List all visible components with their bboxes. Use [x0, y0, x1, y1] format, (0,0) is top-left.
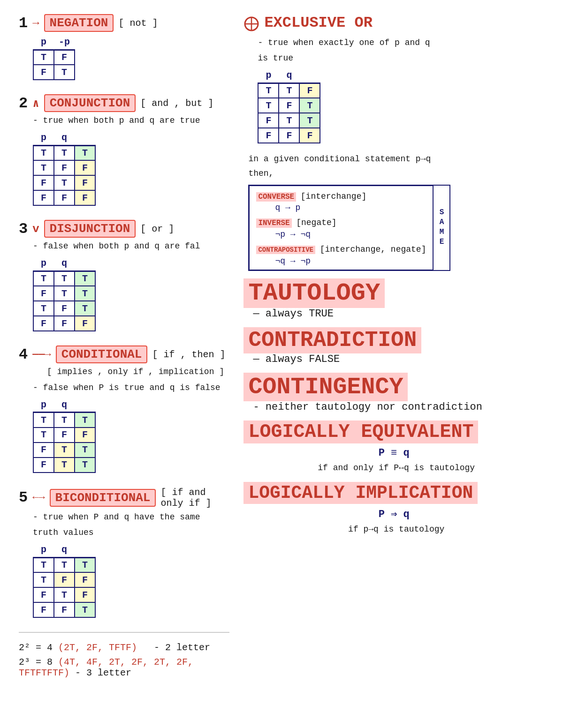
r3c2: F — [54, 301, 75, 316]
r3c1: T — [33, 301, 54, 316]
p-eq-q-container: P ≡ q if and only if P↔q is tautology — [243, 447, 544, 475]
cell-t2: T — [54, 65, 75, 80]
section-tautology: TAUTOLOGY — always TRUE — [243, 278, 544, 320]
contrapos-row: CONTRAPOSITIVE [interchange, negate] ¬q … — [256, 243, 426, 266]
hdr-p: p — [33, 256, 54, 271]
section-conditional: 4 ——→ CONDITIONAL [ if , then ] [ implie… — [19, 345, 229, 473]
r2c3: F — [75, 160, 95, 175]
p-eq-q: P ≡ q — [243, 447, 544, 459]
r4c1: F — [33, 458, 54, 473]
contingency-bg: CONTINGENCY — [243, 373, 408, 401]
section-num-4: 4 — [19, 346, 28, 363]
cond-intro2: then, — [248, 166, 544, 181]
section-num-2: 2 — [19, 95, 28, 112]
r4c3: T — [75, 602, 95, 617]
cell-t: T — [33, 50, 54, 65]
r1c2: T — [54, 145, 75, 160]
footer-combo2: (4T, 4F, 2T, 2F, 2T, 2F, TFTFTFTF) — [19, 657, 193, 678]
log-equiv-bg: LOGICALLY EQUIVALENT — [243, 420, 478, 443]
contradiction-label: CONTRADICTION — [248, 328, 417, 353]
hdr-result — [75, 542, 95, 557]
section-cond-forms: in a given conditional statement p→q the… — [243, 152, 544, 271]
r1c2: T — [54, 271, 75, 286]
r1c1: T — [33, 145, 54, 160]
r4c1: F — [33, 316, 54, 331]
r1c1: T — [33, 271, 54, 286]
hdr-q: q — [54, 398, 75, 413]
hdr-q: q — [279, 68, 299, 83]
conditional-label: CONDITIONAL — [56, 345, 148, 363]
hdr-q: q — [54, 256, 75, 271]
log-equiv-desc1: if and only if P↔q is tautology — [248, 461, 544, 475]
conjunction-table: p q T T T T F F F T F — [33, 130, 96, 206]
footer-line1: 2² = 4 (2T, 2F, TFTF) - 2 letter — [19, 642, 229, 653]
conjunction-desc: - true when both p and q are true — [33, 115, 229, 127]
log-impl-label: LOGICALLY IMPLICATION — [248, 483, 473, 503]
converse-expr: q → p — [275, 203, 426, 212]
cond-forms-bracket: CONVERSE [interchange] q → p INVERSE [ne… — [248, 185, 433, 271]
r3c1: F — [33, 443, 54, 458]
r4c3: F — [75, 316, 95, 331]
contrapos-bracket: [interchange, negate] — [320, 245, 426, 254]
inverse-label: INVERSE — [256, 218, 291, 228]
section-num-3: 3 — [19, 220, 28, 238]
footer-section: 2² = 4 (2T, 2F, TFTF) - 2 letter 2³ = 8 … — [19, 632, 229, 678]
section-contingency: CONTINGENCY - neither tautology nor cont… — [243, 373, 544, 413]
conditional-desc: - false when P is true and q is false — [33, 382, 229, 394]
biconditional-table: p q T T T T F F F T F — [33, 542, 96, 618]
section-log-equiv: LOGICALLY EQUIVALENT P ≡ q if and only i… — [243, 420, 544, 475]
tautology-desc: — always TRUE — [253, 308, 544, 320]
cond-intro: in a given conditional statement p→q — [248, 152, 544, 166]
section-contradiction: CONTRADICTION — always FALSE — [243, 327, 544, 365]
r2c2: F — [54, 572, 75, 587]
hdr-q: q — [54, 542, 75, 557]
section-conjunction: 2 ∧ CONJUNCTION [ and , but ] - true whe… — [19, 94, 229, 206]
log-impl-bg: LOGICALLY IMPLICATION — [243, 482, 478, 504]
r4c2: F — [54, 602, 75, 617]
disjunction-table: p q T T T F T T T F T — [33, 256, 96, 331]
r1c2: T — [54, 413, 75, 428]
xor-desc: - true when exactly one of p and q — [258, 37, 544, 49]
contrapos-expr: ¬q → ¬p — [275, 256, 426, 266]
r3c2: T — [54, 443, 75, 458]
right-column: EXCLUSIVE OR - true when exactly one of … — [239, 14, 544, 714]
conditional-brackets2: [ implies , only if , implication ] — [47, 366, 229, 378]
disjunction-label: DISJUNCTION — [44, 220, 136, 238]
disjunction-brackets: [ or ] — [140, 224, 174, 234]
r4c2: T — [54, 458, 75, 473]
hdr-p: p — [33, 398, 54, 413]
r2c2: T — [54, 286, 75, 301]
section-negation: 1 → NEGATION [ not ] p -p T F F T — [19, 14, 229, 80]
r3c1: F — [258, 113, 279, 128]
hdr-result — [75, 130, 95, 145]
r2c1: T — [33, 572, 54, 587]
r1c1: T — [258, 83, 279, 98]
section-num-1: 1 — [19, 15, 28, 32]
inverse-expr: ¬p → ¬q — [275, 230, 426, 239]
r2c1: T — [258, 98, 279, 113]
section-disjunction: 3 v DISJUNCTION [ or ] - false when both… — [19, 220, 229, 331]
r3c3: T — [75, 301, 95, 316]
converse-bracket: [interchange] — [301, 192, 366, 201]
hdr-result — [75, 398, 95, 413]
xor-table: p q T T F T F T F T T — [258, 68, 320, 143]
log-impl-desc: if p→q is tautology — [248, 522, 544, 537]
negation-arrow-icon: → — [32, 17, 39, 30]
contradiction-bg: CONTRADICTION — [243, 327, 421, 353]
hdr-q: q — [54, 130, 75, 145]
tautology-bg: TAUTOLOGY — [243, 278, 385, 308]
r4c1: F — [258, 128, 279, 143]
footer-combo: (2T, 2F, TFTF) — [58, 642, 137, 653]
contingency-desc: - neither tautology nor contradiction — [253, 401, 544, 413]
r2c1: T — [33, 160, 54, 175]
r3c1: F — [33, 175, 54, 190]
r4c3: F — [75, 190, 95, 205]
cell-f2: F — [33, 65, 54, 80]
r4c3: F — [299, 128, 320, 143]
inverse-bracket: [negate] — [296, 218, 336, 227]
log-equiv-label: LOGICALLY EQUIVALENT — [248, 421, 473, 443]
conjunction-label: CONJUNCTION — [44, 94, 136, 112]
r1c1: T — [33, 557, 54, 572]
r3c2: T — [54, 175, 75, 190]
footer-line2: 2³ = 8 (4T, 4F, 2T, 2F, 2T, 2F, TFTFTFTF… — [19, 657, 229, 678]
